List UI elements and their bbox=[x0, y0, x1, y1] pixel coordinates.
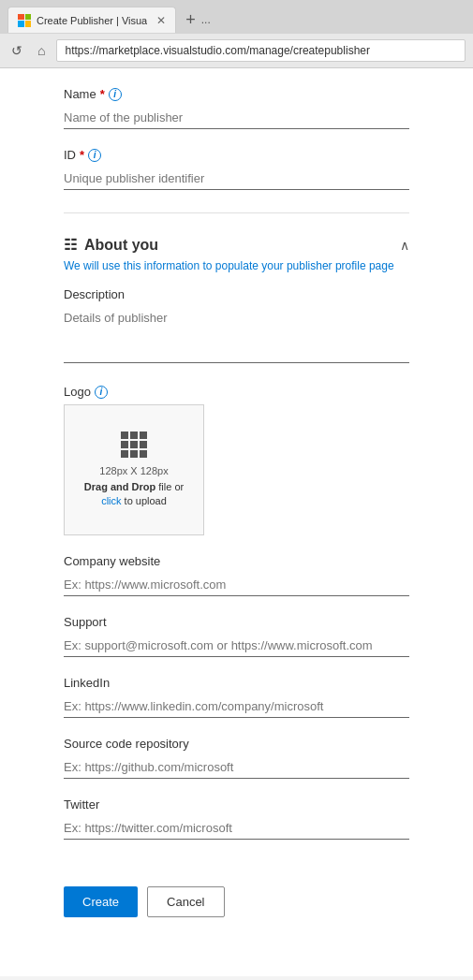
tab-close-button[interactable]: ✕ bbox=[156, 14, 166, 27]
address-bar: ↺ ⌂ bbox=[0, 34, 473, 67]
id-field-group: ID * i bbox=[64, 148, 409, 190]
id-required-star: * bbox=[80, 148, 84, 162]
drag-drop-label: Drag and Drop bbox=[84, 481, 155, 492]
new-tab-button[interactable]: + bbox=[180, 10, 201, 30]
source-code-label: Source code repository bbox=[64, 737, 409, 751]
button-row: Create Cancel bbox=[64, 868, 409, 917]
about-section: ☷ About you ∧ We will use this informati… bbox=[64, 236, 409, 840]
tab-more-button[interactable]: ... bbox=[201, 13, 211, 26]
create-button[interactable]: Create bbox=[64, 886, 138, 917]
browser-chrome: Create Publisher | Visua ✕ + ... ↺ ⌂ bbox=[0, 0, 473, 68]
support-field-group: Support bbox=[64, 615, 409, 657]
name-info-icon[interactable]: i bbox=[109, 88, 122, 101]
support-label: Support bbox=[64, 615, 409, 629]
company-website-field-group: Company website bbox=[64, 554, 409, 596]
tab-bar: Create Publisher | Visua ✕ + ... bbox=[0, 0, 473, 34]
logo-field-group: Logo i 128px X 128px Drag and Drop file … bbox=[64, 385, 409, 535]
page-content: Name * i ID * i ☷ About you ∧ We will us… bbox=[0, 68, 473, 976]
home-button[interactable]: ⌂ bbox=[34, 41, 49, 60]
source-code-input[interactable] bbox=[64, 756, 409, 779]
logo-info-icon[interactable]: i bbox=[95, 386, 108, 399]
name-label: Name * i bbox=[64, 87, 409, 101]
active-tab[interactable]: Create Publisher | Visua ✕ bbox=[7, 7, 176, 33]
logo-upload-area[interactable]: 128px X 128px Drag and Drop file or clic… bbox=[64, 404, 204, 535]
name-field-group: Name * i bbox=[64, 87, 409, 129]
about-section-subtitle: We will use this information to populate… bbox=[64, 259, 409, 272]
about-section-icon: ☷ bbox=[64, 236, 77, 254]
description-field-group: Description bbox=[64, 287, 409, 366]
collapse-button[interactable]: ∧ bbox=[400, 238, 409, 253]
id-info-icon[interactable]: i bbox=[88, 149, 101, 162]
logo-size-text: 128px X 128px bbox=[99, 465, 168, 476]
company-website-input[interactable] bbox=[64, 574, 409, 596]
linkedin-input[interactable] bbox=[64, 695, 409, 718]
description-input[interactable] bbox=[64, 307, 409, 363]
section-divider bbox=[64, 212, 409, 213]
favicon bbox=[18, 14, 31, 27]
grid-icon bbox=[121, 431, 147, 458]
name-input[interactable] bbox=[64, 107, 409, 129]
description-label: Description bbox=[64, 287, 409, 301]
logo-drag-text: Drag and Drop file or click to upload bbox=[84, 480, 184, 509]
support-input[interactable] bbox=[64, 635, 409, 657]
linkedin-label: LinkedIn bbox=[64, 676, 409, 690]
about-section-title: ☷ About you bbox=[64, 236, 158, 254]
logo-click-link[interactable]: click bbox=[101, 495, 121, 506]
tab-title: Create Publisher | Visua bbox=[37, 15, 147, 26]
twitter-input[interactable] bbox=[64, 817, 409, 840]
refresh-button[interactable]: ↺ bbox=[7, 41, 26, 60]
logo-label: Logo i bbox=[64, 385, 409, 399]
name-required-star: * bbox=[100, 87, 105, 101]
twitter-label: Twitter bbox=[64, 797, 409, 812]
id-input[interactable] bbox=[64, 168, 409, 190]
cancel-button[interactable]: Cancel bbox=[147, 886, 224, 917]
source-code-field-group: Source code repository bbox=[64, 737, 409, 779]
url-input[interactable] bbox=[56, 39, 466, 62]
company-website-label: Company website bbox=[64, 554, 409, 568]
linkedin-field-group: LinkedIn bbox=[64, 676, 409, 718]
about-section-header: ☷ About you ∧ bbox=[64, 236, 409, 254]
id-label: ID * i bbox=[64, 148, 409, 162]
twitter-field-group: Twitter bbox=[64, 797, 409, 840]
